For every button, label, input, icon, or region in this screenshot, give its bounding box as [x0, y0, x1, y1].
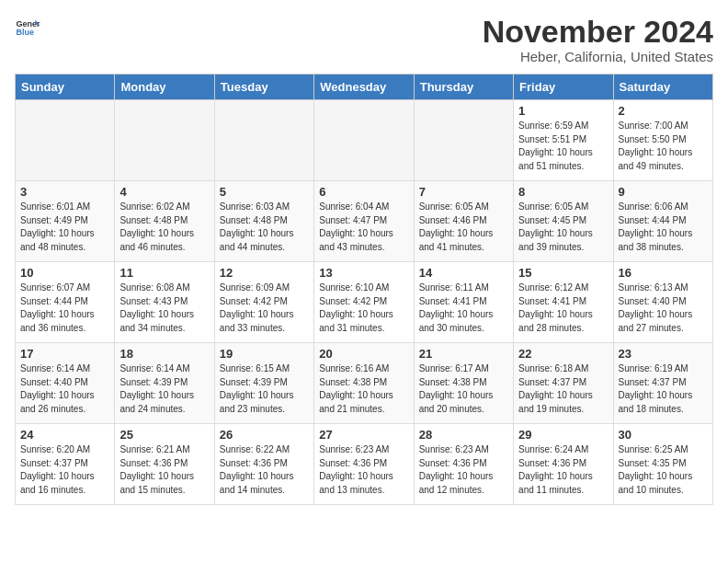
- calendar-cell: 11Sunrise: 6:08 AM Sunset: 4:43 PM Dayli…: [115, 262, 214, 343]
- day-info: Sunrise: 6:16 AM Sunset: 4:38 PM Dayligh…: [319, 362, 408, 416]
- location-subtitle: Heber, California, United States: [483, 49, 713, 64]
- day-info: Sunrise: 6:01 AM Sunset: 4:49 PM Dayligh…: [20, 201, 109, 254]
- day-of-week-header: Saturday: [613, 75, 712, 100]
- day-number: 23: [619, 347, 708, 361]
- day-number: 20: [319, 347, 408, 361]
- calendar-cell: 27Sunrise: 6:23 AM Sunset: 4:36 PM Dayli…: [314, 424, 414, 505]
- calendar-cell: 3Sunrise: 6:01 AM Sunset: 4:49 PM Daylig…: [16, 181, 115, 262]
- calendar-cell: 10Sunrise: 6:07 AM Sunset: 4:44 PM Dayli…: [16, 262, 115, 343]
- calendar-cell: 13Sunrise: 6:10 AM Sunset: 4:42 PM Dayli…: [314, 262, 414, 343]
- calendar-cell: 2Sunrise: 7:00 AM Sunset: 5:50 PM Daylig…: [613, 100, 712, 181]
- day-number: 2: [619, 104, 708, 118]
- calendar-cell: 25Sunrise: 6:21 AM Sunset: 4:36 PM Dayli…: [115, 424, 214, 505]
- day-info: Sunrise: 6:11 AM Sunset: 4:41 PM Dayligh…: [419, 282, 508, 335]
- day-number: 26: [220, 428, 309, 442]
- day-number: 25: [119, 428, 209, 442]
- day-number: 14: [419, 266, 508, 280]
- calendar-cell: 14Sunrise: 6:11 AM Sunset: 4:41 PM Dayli…: [414, 262, 513, 343]
- day-info: Sunrise: 6:13 AM Sunset: 4:40 PM Dayligh…: [619, 282, 708, 335]
- day-info: Sunrise: 6:19 AM Sunset: 4:37 PM Dayligh…: [619, 362, 708, 416]
- day-number: 28: [419, 428, 508, 442]
- day-number: 16: [619, 266, 708, 280]
- day-info: Sunrise: 6:10 AM Sunset: 4:42 PM Dayligh…: [319, 282, 408, 335]
- day-info: Sunrise: 6:24 AM Sunset: 4:36 PM Dayligh…: [518, 443, 608, 497]
- day-number: 12: [220, 266, 309, 280]
- calendar-cell: 16Sunrise: 6:13 AM Sunset: 4:40 PM Dayli…: [613, 262, 712, 343]
- day-info: Sunrise: 6:23 AM Sunset: 4:36 PM Dayligh…: [419, 443, 508, 497]
- calendar-cell: 6Sunrise: 6:04 AM Sunset: 4:47 PM Daylig…: [314, 181, 414, 262]
- day-number: 10: [20, 266, 109, 280]
- day-of-week-header: Sunday: [16, 75, 115, 100]
- calendar-cell: 20Sunrise: 6:16 AM Sunset: 4:38 PM Dayli…: [314, 343, 414, 424]
- page-header: General Blue November 2024 Heber, Califo…: [15, 15, 713, 64]
- day-info: Sunrise: 6:14 AM Sunset: 4:39 PM Dayligh…: [119, 362, 209, 416]
- calendar-cell: 1Sunrise: 6:59 AM Sunset: 5:51 PM Daylig…: [514, 100, 613, 181]
- day-info: Sunrise: 6:12 AM Sunset: 4:41 PM Dayligh…: [518, 282, 608, 335]
- calendar-cell: 4Sunrise: 6:02 AM Sunset: 4:48 PM Daylig…: [115, 181, 214, 262]
- day-info: Sunrise: 7:00 AM Sunset: 5:50 PM Dayligh…: [619, 120, 708, 173]
- day-number: 11: [119, 266, 209, 280]
- day-of-week-header: Thursday: [414, 75, 513, 100]
- day-info: Sunrise: 6:02 AM Sunset: 4:48 PM Dayligh…: [119, 201, 209, 254]
- day-info: Sunrise: 6:04 AM Sunset: 4:47 PM Dayligh…: [319, 201, 408, 254]
- day-number: 24: [20, 428, 109, 442]
- day-info: Sunrise: 6:15 AM Sunset: 4:39 PM Dayligh…: [220, 362, 309, 416]
- calendar-week-row: 10Sunrise: 6:07 AM Sunset: 4:44 PM Dayli…: [16, 262, 713, 343]
- day-info: Sunrise: 6:23 AM Sunset: 4:36 PM Dayligh…: [319, 443, 408, 497]
- day-info: Sunrise: 6:05 AM Sunset: 4:45 PM Dayligh…: [518, 201, 608, 254]
- calendar-cell: 23Sunrise: 6:19 AM Sunset: 4:37 PM Dayli…: [613, 343, 712, 424]
- calendar-cell: 8Sunrise: 6:05 AM Sunset: 4:45 PM Daylig…: [514, 181, 613, 262]
- calendar-cell: 30Sunrise: 6:25 AM Sunset: 4:35 PM Dayli…: [613, 424, 712, 505]
- day-info: Sunrise: 6:21 AM Sunset: 4:36 PM Dayligh…: [119, 443, 209, 497]
- calendar-cell: 5Sunrise: 6:03 AM Sunset: 4:48 PM Daylig…: [214, 181, 313, 262]
- day-info: Sunrise: 6:08 AM Sunset: 4:43 PM Dayligh…: [119, 282, 209, 335]
- day-of-week-header: Tuesday: [214, 75, 313, 100]
- day-info: Sunrise: 6:20 AM Sunset: 4:37 PM Dayligh…: [20, 443, 109, 497]
- calendar-week-row: 3Sunrise: 6:01 AM Sunset: 4:49 PM Daylig…: [16, 181, 713, 262]
- day-number: 8: [518, 185, 608, 199]
- day-info: Sunrise: 6:06 AM Sunset: 4:44 PM Dayligh…: [619, 201, 708, 254]
- day-number: 5: [220, 185, 309, 199]
- day-number: 6: [319, 185, 408, 199]
- calendar-cell: [16, 100, 115, 181]
- logo: General Blue: [15, 15, 40, 40]
- calendar-cell: 26Sunrise: 6:22 AM Sunset: 4:36 PM Dayli…: [214, 424, 313, 505]
- calendar-cell: [115, 100, 214, 181]
- day-of-week-header: Friday: [514, 75, 613, 100]
- calendar-cell: 21Sunrise: 6:17 AM Sunset: 4:38 PM Dayli…: [414, 343, 513, 424]
- day-number: 29: [518, 428, 608, 442]
- calendar-header-row: SundayMondayTuesdayWednesdayThursdayFrid…: [16, 75, 713, 100]
- day-number: 18: [119, 347, 209, 361]
- day-number: 27: [319, 428, 408, 442]
- day-of-week-header: Wednesday: [314, 75, 414, 100]
- calendar-week-row: 17Sunrise: 6:14 AM Sunset: 4:40 PM Dayli…: [16, 343, 713, 424]
- day-info: Sunrise: 6:25 AM Sunset: 4:35 PM Dayligh…: [619, 443, 708, 497]
- day-info: Sunrise: 6:03 AM Sunset: 4:48 PM Dayligh…: [220, 201, 309, 254]
- month-title: November 2024: [483, 15, 713, 49]
- calendar-cell: 22Sunrise: 6:18 AM Sunset: 4:37 PM Dayli…: [514, 343, 613, 424]
- day-info: Sunrise: 6:22 AM Sunset: 4:36 PM Dayligh…: [220, 443, 309, 497]
- title-area: November 2024 Heber, California, United …: [483, 15, 713, 64]
- calendar-cell: 29Sunrise: 6:24 AM Sunset: 4:36 PM Dayli…: [514, 424, 613, 505]
- day-info: Sunrise: 6:14 AM Sunset: 4:40 PM Dayligh…: [20, 362, 109, 416]
- day-info: Sunrise: 6:17 AM Sunset: 4:38 PM Dayligh…: [419, 362, 508, 416]
- calendar-cell: 15Sunrise: 6:12 AM Sunset: 4:41 PM Dayli…: [514, 262, 613, 343]
- calendar-cell: 12Sunrise: 6:09 AM Sunset: 4:42 PM Dayli…: [214, 262, 313, 343]
- calendar-cell: 28Sunrise: 6:23 AM Sunset: 4:36 PM Dayli…: [414, 424, 513, 505]
- day-number: 15: [518, 266, 608, 280]
- day-number: 9: [619, 185, 708, 199]
- day-number: 17: [20, 347, 109, 361]
- calendar-cell: 17Sunrise: 6:14 AM Sunset: 4:40 PM Dayli…: [16, 343, 115, 424]
- day-info: Sunrise: 6:07 AM Sunset: 4:44 PM Dayligh…: [20, 282, 109, 335]
- calendar-cell: [414, 100, 513, 181]
- day-of-week-header: Monday: [115, 75, 214, 100]
- calendar-table: SundayMondayTuesdayWednesdayThursdayFrid…: [15, 74, 713, 505]
- calendar-cell: 18Sunrise: 6:14 AM Sunset: 4:39 PM Dayli…: [115, 343, 214, 424]
- day-info: Sunrise: 6:05 AM Sunset: 4:46 PM Dayligh…: [419, 201, 508, 254]
- day-number: 30: [619, 428, 708, 442]
- svg-text:Blue: Blue: [16, 28, 34, 37]
- day-number: 19: [220, 347, 309, 361]
- day-number: 3: [20, 185, 109, 199]
- day-number: 22: [518, 347, 608, 361]
- day-number: 1: [518, 104, 608, 118]
